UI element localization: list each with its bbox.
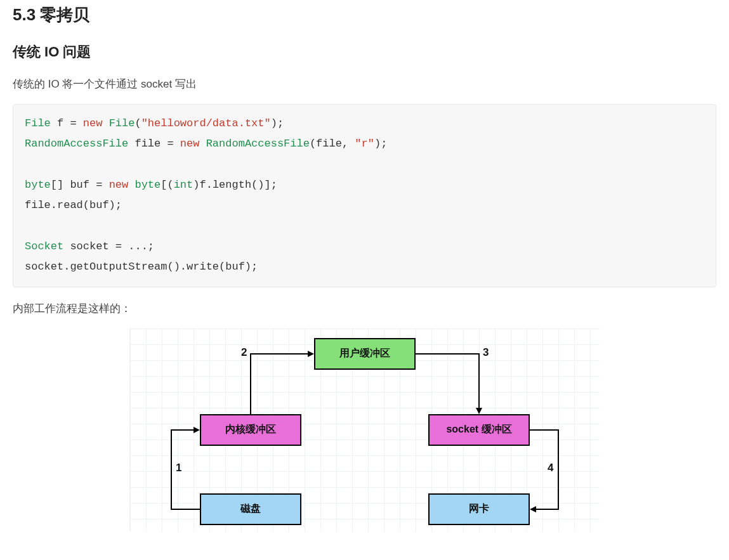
node-disk: 磁盘 [200,493,301,525]
io-flow-diagram: 用户缓冲区 内核缓冲区 socket 缓冲区 磁盘 网卡 1 2 3 4 [129,329,600,531]
edge-label-2: 2 [241,346,247,359]
intro-paragraph: 传统的 IO 将一个文件通过 socket 写出 [13,75,716,93]
after-code-paragraph: 内部工作流程是这样的： [13,300,716,317]
edge-label-1: 1 [176,462,181,474]
edge-label-3: 3 [483,346,489,359]
node-kernel-buffer: 内核缓冲区 [200,414,301,446]
sub-title: 传统 IO 问题 [13,42,716,62]
node-label: 用户缓冲区 [339,347,390,360]
node-socket-buffer: socket 缓冲区 [428,414,530,446]
code-block: File f = new File("helloword/data.txt");… [13,104,716,287]
node-label: socket 缓冲区 [446,423,511,436]
node-label: 内核缓冲区 [225,423,276,436]
edge-label-4: 4 [548,462,553,474]
node-label: 网卡 [469,502,489,516]
section-title: 5.3 零拷贝 [13,4,716,26]
node-user-buffer: 用户缓冲区 [314,338,416,370]
node-label: 磁盘 [240,502,261,516]
diagram-container: 用户缓冲区 内核缓冲区 socket 缓冲区 磁盘 网卡 1 2 3 4 [13,329,716,531]
node-nic: 网卡 [428,493,530,525]
